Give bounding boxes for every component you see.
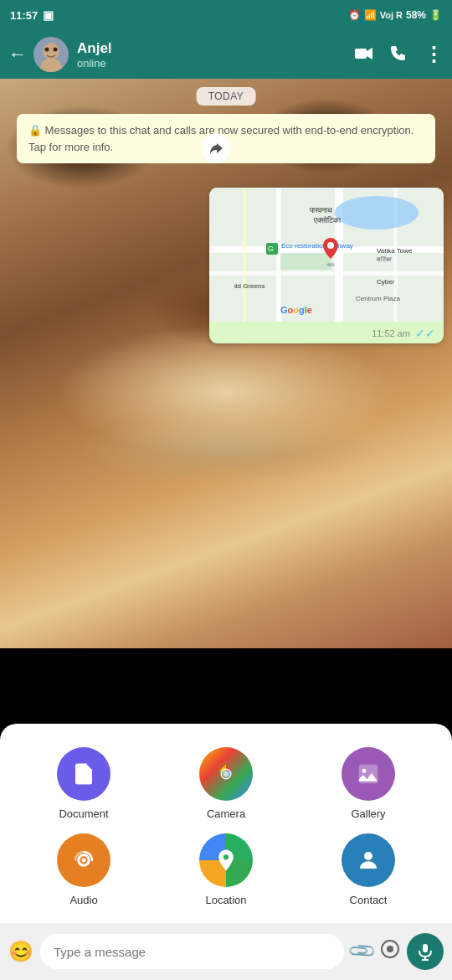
svg-rect-13	[243, 188, 246, 322]
map-time: 11:52 am	[372, 328, 410, 338]
emoji-button[interactable]: 😊	[8, 940, 33, 963]
audio-label: Audio	[69, 894, 97, 906]
chat-background: TODAY 🔒 Messages to this chat and calls …	[0, 79, 452, 648]
message-input[interactable]	[40, 934, 344, 969]
camera-label: Camera	[207, 807, 245, 820]
attach-location-button[interactable]: Location	[159, 833, 293, 906]
camera-button[interactable]	[380, 939, 400, 964]
svg-point-25	[326, 263, 335, 266]
contact-label: Contact	[350, 894, 388, 906]
gallery-icon	[342, 747, 395, 801]
svg-rect-5	[355, 49, 367, 59]
svg-text:Google: Google	[280, 305, 312, 315]
avatar[interactable]	[33, 37, 69, 72]
battery-text: 58%	[406, 9, 426, 21]
svg-point-39	[387, 946, 393, 952]
map-meta: 11:52 am ✓✓	[209, 322, 444, 343]
status-left: 11:57 ▣	[10, 8, 54, 22]
contact-info: Anjel online	[77, 40, 355, 70]
svg-point-3	[45, 48, 49, 52]
contact-status: online	[77, 57, 355, 70]
svg-point-4	[54, 48, 58, 52]
input-bar: 😊 📎	[0, 923, 452, 980]
back-button[interactable]: ←	[8, 44, 27, 65]
camera-icon	[199, 747, 253, 801]
document-icon	[57, 747, 110, 801]
svg-point-33	[362, 769, 367, 773]
video-call-button[interactable]	[355, 45, 373, 64]
map-message-bubble[interactable]: पास्वनाथ एक्सोटिका Eco restoration pathw…	[209, 188, 444, 343]
svg-text:पास्वनाथ: पास्वनाथ	[309, 206, 333, 214]
contact-name: Anjel	[77, 40, 355, 57]
attach-grid: Document Camera Gallery Audio	[17, 747, 435, 906]
attach-document-button[interactable]: Document	[17, 747, 151, 820]
voice-call-button[interactable]	[390, 44, 407, 65]
svg-text:Eco restoration pathway: Eco restoration pathway	[281, 242, 353, 250]
read-receipt: ✓✓	[415, 327, 435, 340]
alarm-icon: ⏰	[348, 9, 361, 21]
svg-point-31	[223, 771, 229, 777]
svg-point-14	[335, 196, 419, 230]
map-image[interactable]: पास्वनाथ एक्सोटिका Eco restoration pathw…	[209, 188, 444, 322]
svg-point-35	[82, 859, 86, 863]
status-right: ⏰ 📶 Voj R 58% 🔋	[348, 9, 442, 21]
svg-text:वार्टिका: वार्टिका	[376, 255, 392, 262]
wifi-icon: 📶	[364, 9, 377, 21]
attach-audio-button[interactable]: Audio	[17, 833, 151, 906]
status-icon: ▣	[43, 8, 54, 22]
svg-rect-40	[423, 944, 428, 952]
attach-camera-button[interactable]: Camera	[159, 747, 293, 820]
svg-marker-6	[367, 48, 372, 59]
bg-image	[0, 79, 452, 648]
status-time: 11:57	[10, 9, 38, 22]
svg-text:Vatika Towe: Vatika Towe	[377, 247, 413, 255]
more-options-button[interactable]: ⋮	[424, 43, 444, 66]
gallery-label: Gallery	[351, 807, 385, 820]
svg-point-36	[223, 854, 229, 859]
location-label: Location	[205, 894, 246, 906]
header-icons: ⋮	[355, 43, 444, 66]
date-bubble: TODAY	[197, 87, 256, 106]
svg-text:ild Greens: ild Greens	[234, 282, 265, 290]
contact-icon	[342, 833, 395, 887]
audio-icon	[57, 833, 110, 887]
chat-header: ← Anjel online ⋮	[0, 30, 452, 79]
attachment-panel: Document Camera Gallery Audio	[0, 724, 452, 923]
location-icon	[199, 833, 253, 887]
battery-icon: 🔋	[429, 9, 442, 21]
document-label: Document	[59, 807, 108, 820]
attach-gallery-button[interactable]: Gallery	[301, 747, 435, 820]
svg-rect-15	[280, 253, 331, 270]
svg-point-37	[364, 852, 372, 860]
attach-button[interactable]: 📎	[347, 936, 378, 967]
mic-button[interactable]	[407, 933, 444, 970]
svg-point-26	[327, 242, 334, 249]
signal-icon: Voj R	[380, 10, 403, 20]
svg-text:Cyber: Cyber	[377, 278, 395, 286]
svg-text:एक्सोटिका: एक्सोटिका	[313, 215, 342, 224]
forward-button[interactable]	[201, 133, 231, 163]
svg-text:G: G	[268, 245, 274, 253]
status-bar: 11:57 ▣ ⏰ 📶 Voj R 58% 🔋	[0, 0, 452, 30]
attach-contact-button[interactable]: Contact	[301, 833, 435, 906]
svg-text:Centrum Plaza: Centrum Plaza	[356, 295, 400, 302]
